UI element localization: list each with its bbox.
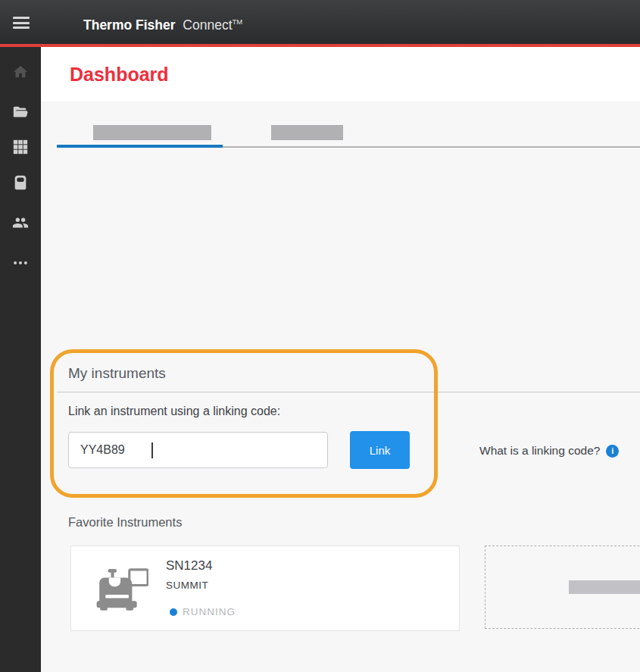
info-icon[interactable]: i	[606, 445, 619, 458]
redacted-placeholder-block	[569, 580, 640, 594]
linking-code-help: What is a linking code? i	[479, 442, 619, 460]
favorite-instruments-heading: Favorite Instruments	[68, 515, 182, 530]
top-app-bar: Thermo Fisher ConnectTM	[0, 0, 640, 44]
active-tab-underline	[57, 145, 223, 148]
instrument-serial: SN1234	[166, 558, 212, 574]
page-header: Dashboard	[41, 47, 640, 102]
linking-code-input[interactable]	[68, 432, 328, 468]
instrument-icon[interactable]	[12, 174, 29, 191]
brand-regular: ConnectTM	[179, 17, 242, 33]
main-area: Dashboard My instruments Link an instrum…	[41, 47, 640, 672]
accent-red-divider	[0, 44, 640, 47]
folder-open-icon[interactable]	[12, 104, 29, 120]
page-title: Dashboard	[70, 64, 169, 86]
tab-redacted-1[interactable]	[93, 125, 211, 140]
add-instrument-placeholder-card[interactable]	[485, 545, 640, 629]
nav-sidebar	[0, 47, 41, 672]
status-dot-icon	[170, 608, 177, 616]
hamburger-menu-icon[interactable]	[13, 17, 30, 29]
linking-code-label: Link an instrument using a linking code:	[68, 405, 280, 418]
team-icon[interactable]	[12, 214, 29, 231]
section-divider	[57, 392, 640, 392]
help-text: What is a linking code?	[479, 444, 600, 458]
status-text: RUNNING	[183, 606, 236, 617]
content-area: My instruments Link an instrument using …	[41, 102, 640, 672]
link-button[interactable]: Link	[350, 431, 410, 469]
my-instruments-heading: My instruments	[68, 365, 166, 382]
apps-grid-icon[interactable]	[12, 139, 29, 155]
instrument-device-icon	[94, 564, 148, 613]
more-ellipsis-icon[interactable]	[12, 255, 29, 271]
brand-bold: Thermo Fisher	[83, 17, 176, 33]
brand-logo: Thermo Fisher ConnectTM	[83, 0, 242, 44]
instrument-card[interactable]: SN1234 SUMMIT RUNNING	[70, 545, 460, 631]
home-icon[interactable]	[12, 64, 29, 80]
instrument-status: RUNNING	[170, 606, 236, 617]
tab-redacted-2[interactable]	[271, 125, 343, 140]
instrument-model: SUMMIT	[166, 580, 208, 591]
brand-tm: TM	[233, 17, 243, 26]
